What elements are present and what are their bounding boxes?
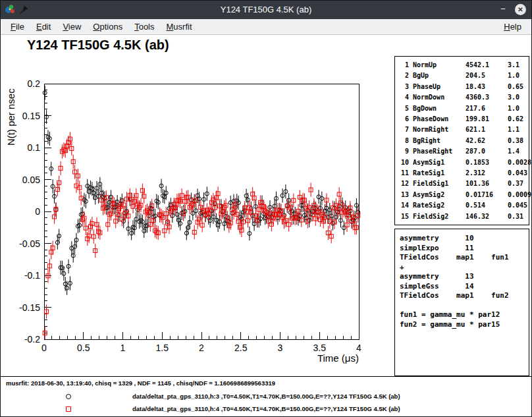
menubar: File Edit View Options Tools Musrfit Hel…: [1, 19, 531, 35]
theory-line: simpleGss 14: [400, 282, 526, 292]
svg-text:-0.2: -0.2: [24, 334, 40, 345]
svg-text:3.5: 3.5: [313, 343, 327, 353]
svg-text:2: 2: [199, 343, 204, 353]
param-row: 14RateSig20.5140.045: [398, 200, 527, 211]
svg-text:1.5: 1.5: [156, 343, 169, 353]
legend-item: data/deltat_pta_gps_3110,h:3 ,T0=4.50K,T…: [1, 391, 531, 403]
menu-view[interactable]: View: [57, 20, 87, 34]
legend-label: data/deltat_pta_gps_3110,h:3 ,T0=4.50K,T…: [132, 393, 400, 400]
svg-text:0: 0: [35, 206, 40, 217]
theory-line: TFieldCos map1 fun1: [400, 253, 526, 263]
param-row: 7NormRight621.11.1: [398, 125, 527, 135]
theory-line: [400, 301, 526, 311]
param-row: 5BgDown217.61.0: [398, 103, 527, 114]
plot-title: Y124 TF150G 4.5K (ab): [27, 38, 169, 53]
svg-text:4: 4: [356, 343, 361, 353]
menu-tools[interactable]: Tools: [128, 20, 160, 34]
svg-text:0.5: 0.5: [77, 343, 90, 353]
theory-line: TFieldCos map1 fun2: [400, 291, 526, 301]
svg-text:-0.1: -0.1: [24, 270, 40, 281]
param-row: 4NormDown4360.33.0: [398, 92, 527, 103]
param-row: 6PhaseDown199.810.62: [398, 114, 527, 125]
param-row: 12FieldSig1101.360.37: [398, 179, 527, 189]
theory-line: +: [400, 263, 526, 273]
param-row: 15FieldSig2146.320.31: [398, 211, 527, 222]
menu-file[interactable]: File: [5, 20, 30, 34]
minimize-button[interactable]: −: [498, 4, 508, 15]
param-row: 8BgRight42.620.38: [398, 136, 527, 146]
theory-line: simplExpo 11: [400, 244, 526, 254]
legend-item: data/deltat_pta_gps_3110,h:4 ,T0=4.50K,T…: [1, 403, 531, 415]
svg-text:-0.05: -0.05: [19, 238, 40, 249]
musrview-window: Y124 TF150G 4.5K (ab) − ✕ File Edit View…: [0, 0, 532, 417]
circle-marker-icon: [65, 393, 72, 401]
theory-line: asymmetry 13: [400, 272, 526, 282]
menu-edit[interactable]: Edit: [30, 20, 57, 34]
svg-text:1: 1: [120, 343, 126, 353]
theory-box: asymmetry 10simplExpo 11TFieldCos map1 f…: [394, 229, 529, 376]
svg-text:2.5: 2.5: [234, 343, 248, 353]
close-button[interactable]: ✕: [515, 4, 526, 15]
square-marker-icon: [65, 405, 72, 413]
menu-musrfit[interactable]: Musrfit: [161, 20, 198, 34]
svg-text:0: 0: [41, 343, 47, 353]
svg-text:-0.15: -0.15: [19, 302, 40, 313]
svg-text:0.2: 0.2: [28, 78, 41, 89]
parameter-table: 1NormUp4542.13.12BgUp204.51.03PhaseUp18.…: [394, 56, 529, 225]
plot-canvas[interactable]: 00.511.522.533.54-0.2-0.15-0.1-0.0500.05…: [5, 73, 393, 376]
param-row: 2BgUp204.51.0: [398, 70, 527, 81]
theory-line: asymmetry 10: [400, 234, 526, 244]
menu-help[interactable]: Help: [498, 20, 527, 34]
svg-text:0.1: 0.1: [28, 142, 41, 153]
svg-text:N(t) per nsec: N(t) per nsec: [5, 88, 16, 146]
legend-label: data/deltat_pta_gps_3110,h:4 ,T0=4.50K,T…: [132, 405, 400, 412]
theory-line: fun1 = gamma_mu * par12: [400, 310, 526, 320]
svg-text:3: 3: [278, 343, 283, 353]
param-row: 13AsymSig20.017160.00098: [398, 190, 527, 200]
svg-text:0.05: 0.05: [22, 175, 40, 185]
param-row: 1NormUp4542.13.1: [398, 60, 527, 70]
menu-options[interactable]: Options: [87, 20, 128, 34]
canvas-area: Y124 TF150G 4.5K (ab) 00.511.522.533.54-…: [1, 35, 531, 416]
theory-line: fun2 = gamma_mu * par15: [400, 320, 526, 330]
param-row: 3PhaseUp18.430.65: [398, 82, 527, 92]
divider: [1, 376, 531, 377]
param-row: 11RateSig12.3120.043: [398, 168, 527, 179]
param-row: 10AsymSig10.18530.0028: [398, 157, 527, 168]
window-title: Y124 TF150G 4.5K (ab): [1, 1, 531, 19]
titlebar[interactable]: Y124 TF150G 4.5K (ab) − ✕: [1, 1, 531, 19]
svg-text:Time (μs): Time (μs): [317, 352, 359, 364]
svg-text:0.15: 0.15: [22, 111, 40, 121]
param-row: 9PhaseRight287.01.4: [398, 146, 527, 157]
fit-info: musrfit: 2018-06-30, 13:19:40, chisq = 1…: [6, 379, 275, 387]
